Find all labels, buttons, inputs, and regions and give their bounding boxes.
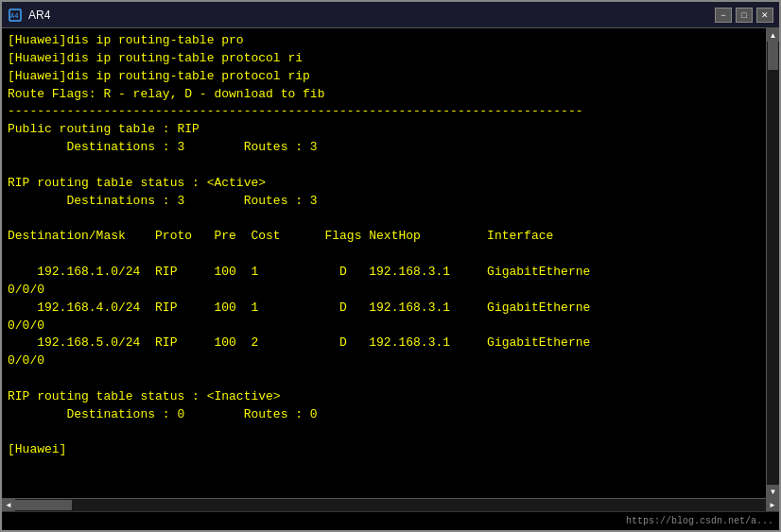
title-bar: A4 AR4 − □ ✕ — [2, 2, 779, 28]
minimize-button[interactable]: − — [715, 8, 732, 23]
app-icon: A4 — [8, 8, 23, 23]
scroll-left-button[interactable]: ◄ — [2, 499, 15, 512]
terminal-output: [Huawei]dis ip routing-table pro [Huawei… — [8, 32, 760, 459]
vertical-scrollbar[interactable]: ▲ ▼ — [766, 28, 779, 498]
window-controls: − □ ✕ — [715, 8, 773, 23]
close-button[interactable]: ✕ — [756, 8, 773, 23]
terminal-area: [Huawei]dis ip routing-table pro [Huawei… — [2, 28, 779, 498]
scrollbar-track[interactable] — [767, 42, 779, 485]
svg-text:A4: A4 — [10, 12, 18, 20]
scroll-right-button[interactable]: ► — [766, 499, 779, 512]
terminal-content[interactable]: [Huawei]dis ip routing-table pro [Huawei… — [2, 28, 766, 498]
horiz-scrollbar-thumb[interactable] — [15, 500, 72, 510]
status-bar: https://blog.csdn.net/a... — [2, 511, 779, 530]
horiz-scrollbar-track[interactable] — [15, 499, 766, 511]
scrollbar-thumb[interactable] — [768, 42, 778, 70]
main-window: A4 AR4 − □ ✕ [Huawei]dis ip routing-tabl… — [0, 0, 781, 532]
scroll-up-button[interactable]: ▲ — [767, 28, 779, 42]
horizontal-scrollbar[interactable]: ◄ ► — [2, 498, 779, 511]
restore-button[interactable]: □ — [736, 8, 753, 23]
window-title: AR4 — [28, 9, 715, 22]
status-url: https://blog.csdn.net/a... — [626, 516, 773, 526]
scroll-down-button[interactable]: ▼ — [767, 485, 779, 498]
